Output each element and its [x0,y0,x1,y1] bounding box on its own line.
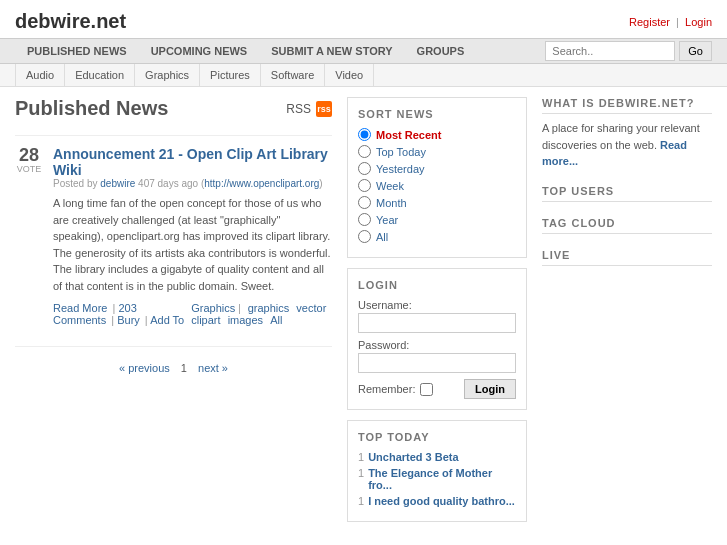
remember-left: Remember: [358,383,433,396]
sort-most-recent: Most Recent [358,128,516,141]
sort-yesterday-radio[interactable] [358,162,371,175]
sort-most-recent-link[interactable]: Most Recent [376,129,441,141]
news-age: 407 days ago [138,178,198,189]
news-author-link[interactable]: debwire [100,178,135,189]
tag-images[interactable]: images [228,314,263,326]
sort-top-today: Top Today [358,145,516,158]
news-item: 28 Vote Announcement 21 - Open Clip Art … [15,135,332,336]
main-nav: PUBLISHED NEWS UPCOMING NEWS SUBMIT A NE… [0,38,727,64]
password-label: Password: [358,339,516,351]
login-link[interactable]: Login [685,16,712,28]
sort-all-radio[interactable] [358,230,371,243]
tag-clipart[interactable]: clipart [191,314,220,326]
sort-week-radio[interactable] [358,179,371,192]
sort-month: Month [358,196,516,209]
top-today-link-3[interactable]: I need good quality bathro... [368,495,515,507]
news-source-link[interactable]: http://www.openclipart.org [204,178,319,189]
live-section: LIVE [542,249,712,266]
current-page: 1 [181,362,187,374]
news-title-area: Announcement 21 - Open Clip Art Library … [53,146,332,189]
sort-title: SORT NEWS [358,108,516,120]
subnav-software[interactable]: Software [261,64,325,86]
top-today-item-3: 1 I need good quality bathro... [358,495,516,507]
what-is-section: WHAT IS DEBWIRE.NET? A place for sharing… [542,97,712,170]
search-input[interactable] [545,41,675,61]
pagination: « previous 1 next » [15,346,332,389]
top-users-section: TOP USERS [542,185,712,202]
password-input[interactable] [358,353,516,373]
login-remember-row: Remember: Login [358,379,516,399]
page-title: Published News [15,97,168,120]
sort-month-radio[interactable] [358,196,371,209]
sort-all-link[interactable]: All [376,231,388,243]
add-to-link[interactable]: Add To [150,314,184,326]
mid-column: SORT NEWS Most Recent Top Today Yesterda… [347,97,527,522]
news-meta: 28 Vote Announcement 21 - Open Clip Art … [15,146,332,189]
register-link[interactable]: Register [629,16,670,28]
top-today-link-2[interactable]: The Elegance of Mother fro... [368,467,516,491]
nav-upcoming-news[interactable]: UPCOMING NEWS [139,39,260,63]
content-area: Published News RSS rss 28 Vote Announcem… [15,97,332,522]
page-header: Published News RSS rss [15,97,332,120]
login-button[interactable]: Login [464,379,516,399]
news-footer-right: Graphics | graphics vector clipart image… [187,302,332,326]
search-button[interactable]: Go [679,41,712,61]
tag-all[interactable]: All [270,314,282,326]
top-today-num-1: 1 [358,451,364,463]
subnav-graphics[interactable]: Graphics [135,64,200,86]
nav-links: PUBLISHED NEWS UPCOMING NEWS SUBMIT A NE… [15,39,545,63]
header-links: Register | Login [629,16,712,28]
next-page-link[interactable]: next » [198,362,228,374]
sort-top-today-link[interactable]: Top Today [376,146,426,158]
subnav-audio[interactable]: Audio [15,64,65,86]
main-content: Published News RSS rss 28 Vote Announcem… [0,87,727,532]
sort-yesterday-link[interactable]: Yesterday [376,163,425,175]
sort-year-link[interactable]: Year [376,214,398,226]
news-title-link[interactable]: Announcement 21 - Open Clip Art Library … [53,146,328,178]
subnav-video[interactable]: Video [325,64,374,86]
login-title: LOGIN [358,279,516,291]
news-posted-info: Posted by debwire 407 days ago (http://w… [53,178,332,189]
tag-separator: | [238,303,243,314]
subnav-education[interactable]: Education [65,64,135,86]
tag-graphics-cat[interactable]: Graphics [191,302,235,314]
remember-checkbox[interactable] [420,383,433,396]
nav-published-news[interactable]: PUBLISHED NEWS [15,39,139,63]
subnav-pictures[interactable]: Pictures [200,64,261,86]
sort-week: Week [358,179,516,192]
sort-most-recent-radio[interactable] [358,128,371,141]
vote-label: Vote [15,164,43,174]
rss-icon[interactable]: rss [316,101,332,117]
news-body: A long time fan of the open concept for … [53,195,332,294]
sort-year-radio[interactable] [358,213,371,226]
username-input[interactable] [358,313,516,333]
remember-label: Remember: [358,383,415,395]
header: debwire.net Register | Login [0,0,727,38]
rss-area: RSS rss [286,101,332,117]
sort-week-link[interactable]: Week [376,180,404,192]
live-title: LIVE [542,249,712,266]
top-today-item-2: 1 The Elegance of Mother fro... [358,467,516,491]
prev-page-link[interactable]: « previous [119,362,170,374]
sort-all: All [358,230,516,243]
tag-cloud-title: TAG CLOUD [542,217,712,234]
sort-top-today-radio[interactable] [358,145,371,158]
sort-year: Year [358,213,516,226]
read-more-link[interactable]: Read More [53,302,107,314]
nav-groups[interactable]: GROUPS [405,39,477,63]
nav-submit-story[interactable]: SUBMIT A NEW STORY [259,39,404,63]
sort-box: SORT NEWS Most Recent Top Today Yesterda… [347,97,527,258]
sort-month-link[interactable]: Month [376,197,407,209]
top-today-link-1[interactable]: Uncharted 3 Beta [368,451,458,463]
site-title: debwire.net [15,10,126,33]
bury-link[interactable]: Bury [117,314,140,326]
news-footer-left: Read More | 203 Comments | Bury | Add To [53,302,187,326]
username-label: Username: [358,299,516,311]
what-is-title: WHAT IS DEBWIRE.NET? [542,97,712,114]
what-is-text: A place for sharing your relevant discov… [542,120,712,170]
tag-vector[interactable]: vector [296,302,326,314]
tag-graphics[interactable]: graphics [248,302,290,314]
top-today-num-3: 1 [358,495,364,507]
login-box: LOGIN Username: Password: Remember: Logi… [347,268,527,410]
tag-cloud-section: TAG CLOUD [542,217,712,234]
